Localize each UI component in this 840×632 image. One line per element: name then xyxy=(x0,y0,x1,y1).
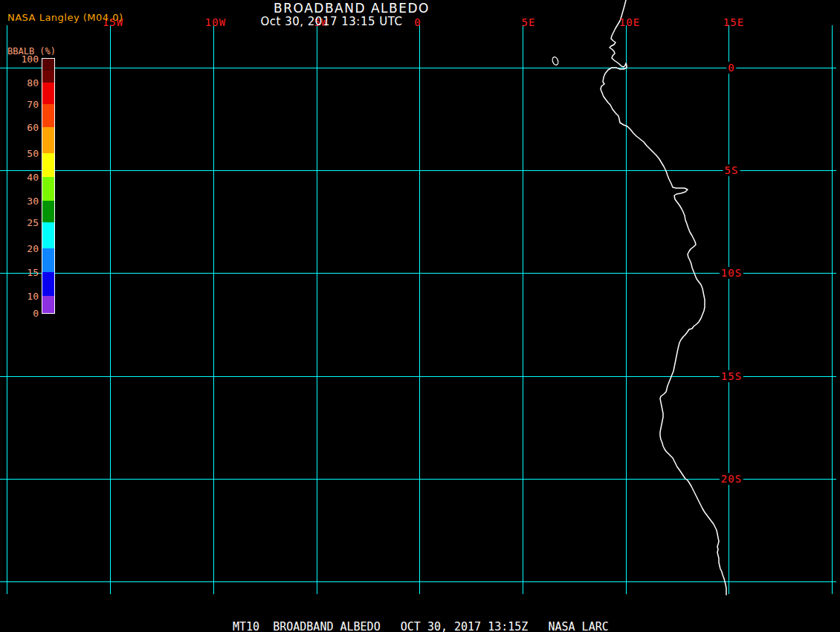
colorbar-segment-20-15 xyxy=(42,248,54,272)
colorbar-segment-70-60 xyxy=(42,104,54,127)
colorbar-tick-20: 20 xyxy=(0,243,39,254)
colorbar-tick-30: 30 xyxy=(0,196,39,207)
colorbar-segment-50-40 xyxy=(42,153,54,177)
latitude-label-5s: 5S xyxy=(723,164,740,176)
colorbar-segment-90-80 xyxy=(42,71,54,83)
colorbar-segment-80-70 xyxy=(42,83,54,104)
colorbar-tick-50: 50 xyxy=(0,148,39,159)
colorbar-segment-40-30 xyxy=(42,177,54,201)
source-version-label: NASA Langley (M04.0) xyxy=(7,12,123,23)
colorbar-tick-0: 0 xyxy=(0,308,39,319)
colorbar-segment-60-50 xyxy=(42,127,54,153)
timestamp-label: Oct 30, 2017 13:15 UTC xyxy=(261,15,403,28)
latitude-label-20s: 20S xyxy=(720,473,743,485)
colorbar-segment-100-90 xyxy=(42,59,54,71)
colorbar-tick-70: 70 xyxy=(0,99,39,110)
colorbar-segment-15-10 xyxy=(42,272,54,296)
longitude-label-10e: 10E xyxy=(619,16,640,28)
colorbar-segment-10-0 xyxy=(42,296,54,313)
latitude-label-10s: 10S xyxy=(720,267,743,279)
longitude-label-0: 0 xyxy=(414,16,421,28)
colorbar-tick-25: 25 xyxy=(0,217,39,228)
colorbar-title: BBALB (%) xyxy=(7,46,56,57)
longitude-label-5e: 5E xyxy=(522,16,536,28)
footer-caption: MT10 BROADBAND ALBEDO OCT 30, 2017 13:15… xyxy=(233,620,609,632)
colorbar-segment-25-20 xyxy=(42,222,54,248)
label-layer: 15W10W5W05E10E15E05S10S15S20S10080706050… xyxy=(0,0,840,632)
colorbar-tick-40: 40 xyxy=(0,172,39,183)
colorbar xyxy=(42,58,55,314)
albedo-map-screen: 15W10W5W05E10E15E05S10S15S20S10080706050… xyxy=(0,0,840,632)
latitude-label-0: 0 xyxy=(726,62,736,74)
longitude-label-15e: 15E xyxy=(723,16,744,28)
latitude-label-15s: 15S xyxy=(720,370,743,382)
page-title: BROADBAND ALBEDO xyxy=(274,1,430,16)
longitude-label-10w: 10W xyxy=(205,16,226,28)
colorbar-tick-60: 60 xyxy=(0,122,39,133)
colorbar-tick-15: 15 xyxy=(0,267,39,278)
colorbar-tick-80: 80 xyxy=(0,77,39,88)
colorbar-tick-10: 10 xyxy=(0,291,39,302)
colorbar-segment-30-25 xyxy=(42,201,54,222)
